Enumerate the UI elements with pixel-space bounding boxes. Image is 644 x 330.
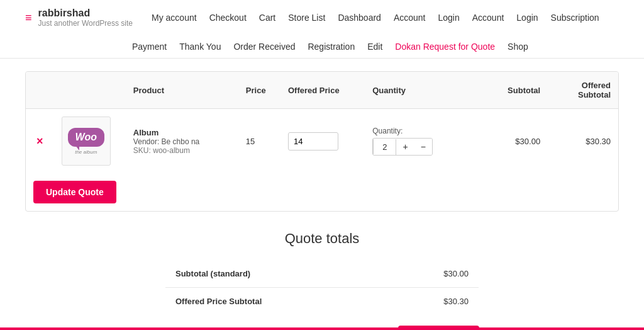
header: ≡ rabbirshad Just another WordPress site… [0, 0, 644, 59]
main-content: Product Price Offered Price Quantity Sub… [0, 59, 644, 330]
nav-secondary-wrap: Payment Thank You Order Received Registr… [25, 35, 619, 58]
quantity-label: Quantity: [372, 127, 484, 135]
subtotal-value: $30.00 [515, 137, 540, 146]
nav-top: My account Checkout Cart Store List Dash… [152, 13, 599, 23]
totals-value-subtotal: $30.00 [385, 260, 479, 288]
quantity-controls: 2 + − [372, 138, 433, 156]
price-cell: 15 [238, 109, 280, 174]
nav-checkout[interactable]: Checkout [209, 13, 247, 23]
woo-text: Woo [75, 132, 97, 142]
price-value: 15 [246, 137, 255, 146]
nav-cart[interactable]: Cart [259, 13, 275, 23]
quantity-cell: Quantity: 2 + − [365, 109, 491, 174]
product-image-cell: Woo the album [54, 109, 126, 174]
sku-label: SKU: [133, 146, 151, 155]
nav-secondary: Payment Thank You Order Received Registr… [132, 35, 619, 58]
quantity-minus-button[interactable]: − [414, 139, 432, 155]
quote-totals: Quote totals Subtotal (standard) $30.00 … [165, 230, 479, 330]
nav-dashboard[interactable]: Dashboard [338, 13, 381, 23]
totals-table: Subtotal (standard) $30.00 Offered Price… [165, 259, 479, 316]
sku-value: woo-album [153, 146, 190, 155]
product-name: Album [133, 128, 231, 137]
product-vendor: Vendor: Be chbo na [133, 137, 231, 146]
bottom-border [0, 327, 644, 330]
remove-cell: × [26, 109, 54, 174]
quote-table: Product Price Offered Price Quantity Sub… [26, 72, 618, 211]
vendor-name: Be chbo na [162, 137, 200, 146]
totals-row-subtotal: Subtotal (standard) $30.00 [165, 260, 479, 288]
site-branding: ≡ rabbirshad Just another WordPress site [25, 8, 133, 28]
quote-totals-title: Quote totals [165, 230, 479, 247]
site-info: rabbirshad Just another WordPress site [38, 8, 133, 28]
nav-subscription[interactable]: Subscription [551, 13, 599, 23]
table-row: × Woo the album Album Vendor: [26, 109, 618, 174]
totals-value-offered: $30.30 [385, 288, 479, 316]
nav-dokan-request[interactable]: Dokan Request for Quote [395, 42, 495, 52]
col-header-remove [26, 72, 54, 109]
nav-login-1[interactable]: Login [438, 13, 459, 23]
col-header-image [54, 72, 126, 109]
col-header-product: Product [126, 72, 238, 109]
nav-account-1[interactable]: Account [394, 13, 426, 23]
col-header-offered-subtotal: Offered Subtotal [548, 72, 618, 109]
woo-bubble: Woo [68, 128, 104, 147]
offered-price-cell [280, 109, 365, 174]
offered-price-input[interactable] [288, 132, 338, 151]
nav-login-2[interactable]: Login [516, 13, 538, 23]
site-tagline: Just another WordPress site [38, 19, 133, 28]
update-quote-button[interactable]: Update Quote [33, 181, 116, 203]
nav-registration[interactable]: Registration [308, 42, 355, 52]
vendor-label: Vendor: [133, 137, 159, 146]
quote-table-wrap: Product Price Offered Price Quantity Sub… [25, 71, 619, 212]
remove-button[interactable]: × [36, 135, 43, 147]
quantity-wrap: Quantity: 2 + − [372, 127, 484, 156]
nav-my-account[interactable]: My account [152, 13, 197, 23]
offered-subtotal-value: $30.30 [586, 137, 611, 146]
nav-account-2[interactable]: Account [472, 13, 504, 23]
table-footer-row: Update Quote [26, 173, 618, 211]
nav-thank-you[interactable]: Thank You [179, 42, 221, 52]
nav-shop[interactable]: Shop [508, 42, 528, 52]
nav-store-list[interactable]: Store List [288, 13, 325, 23]
col-header-offered-price: Offered Price [280, 72, 365, 109]
site-name: rabbirshad [38, 8, 133, 19]
quantity-value: 2 [373, 139, 396, 155]
nav-edit[interactable]: Edit [367, 42, 382, 52]
header-top: ≡ rabbirshad Just another WordPress site… [25, 0, 619, 35]
hamburger-icon[interactable]: ≡ [25, 11, 32, 25]
subtotal-cell: $30.00 [492, 109, 548, 174]
nav-payment[interactable]: Payment [132, 42, 167, 52]
product-image: Woo the album [62, 117, 111, 166]
col-header-quantity: Quantity [365, 72, 491, 109]
totals-label-subtotal: Subtotal (standard) [165, 260, 386, 288]
product-sku: SKU: woo-album [133, 146, 231, 155]
table-footer-cell: Update Quote [26, 173, 618, 211]
product-info-cell: Album Vendor: Be chbo na SKU: woo-album [126, 109, 238, 174]
nav-order-received[interactable]: Order Received [233, 42, 295, 52]
col-header-price: Price [238, 72, 280, 109]
totals-label-offered: Offered Price Subtotal [165, 288, 386, 316]
quantity-plus-button[interactable]: + [396, 139, 414, 155]
col-header-subtotal: Subtotal [492, 72, 548, 109]
offered-subtotal-cell: $30.30 [548, 109, 618, 174]
totals-row-offered: Offered Price Subtotal $30.30 [165, 288, 479, 316]
